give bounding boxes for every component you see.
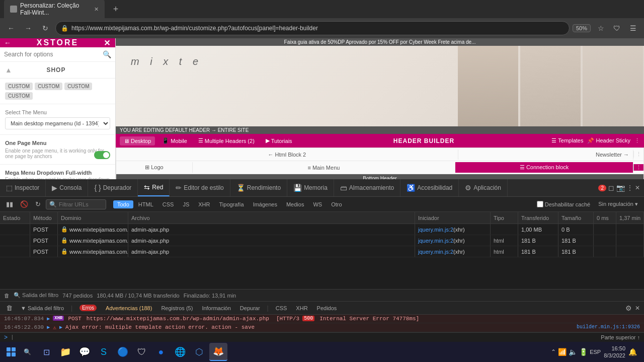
taskbar-app-browser1[interactable]: 🌐	[171, 343, 189, 361]
dt-tab-depurador[interactable]: { } Depurador	[88, 179, 138, 196]
taskbar-app-security[interactable]: 🛡	[133, 343, 151, 361]
net-type-media[interactable]: Medios	[282, 200, 308, 208]
dt-tab-editor[interactable]: ✏ Editor de estilo	[170, 179, 230, 196]
battery-tray-icon[interactable]: 🔋	[579, 348, 588, 356]
net-filter-input[interactable]: 🔍	[46, 199, 106, 209]
customizer-search[interactable]: 🔍	[0, 47, 115, 62]
net-row-3[interactable]: POST 🔒www.mixtepijamas.com.br admin-ajax…	[0, 246, 644, 257]
row2-initiator-link[interactable]: jquery.min.js:2	[418, 238, 453, 244]
dt-tab-aplicacion[interactable]: ⚙ Aplicación	[459, 179, 508, 196]
net-row-1[interactable]: POST 🔒www.mixtepijamas.com.br admin-ajax…	[0, 224, 644, 235]
net-pause-btn[interactable]: ▮▮	[4, 199, 15, 209]
address-bar[interactable]: 🔒 https://www.mixtepijamas.com.br/wp-adm…	[55, 21, 570, 35]
taskbar-app-app2[interactable]: ●	[152, 343, 170, 361]
logo-cell[interactable]: ⊞ Logo	[116, 162, 193, 173]
html-block-2-cell[interactable]: ← Html Block 2	[116, 150, 458, 160]
connection-block-cell[interactable]: ☰ Connection block	[455, 162, 633, 173]
throttling-select[interactable]: Sin regulación ▾	[596, 200, 640, 208]
dt-tab-red[interactable]: ⇆ Red	[138, 179, 170, 196]
row1-initiator-link[interactable]: jquery.min.js:2	[418, 227, 453, 233]
net-row-2[interactable]: POST 🔒www.mixtepijamas.com.br admin-ajax…	[0, 235, 644, 246]
one-page-toggle[interactable]	[94, 151, 110, 159]
debug-filter-btn[interactable]: Depurar	[237, 304, 263, 312]
cl2-expand2[interactable]: ▶	[59, 324, 62, 330]
cl2-source[interactable]: builder.min.js:1:9326	[577, 324, 640, 330]
taskbar-app-browser2[interactable]: ⬡	[190, 343, 208, 361]
cl2-expand[interactable]: ▶	[47, 324, 50, 330]
dt-screenshot-icon[interactable]: 📷	[616, 184, 625, 192]
row2-handle[interactable]: ⋮	[633, 164, 643, 171]
taskbar-app-skype[interactable]: S	[95, 343, 113, 361]
console-close-btn[interactable]: ✕	[635, 305, 640, 312]
hb-tab-desktop[interactable]: 🖥 Desktop	[120, 136, 155, 146]
templates-btn[interactable]: ☰ Templates	[551, 137, 583, 144]
net-type-todo[interactable]: Todo	[113, 200, 133, 208]
net-type-html[interactable]: HTML	[134, 200, 157, 208]
dt-responsive-icon[interactable]: ◻	[608, 184, 614, 192]
dt-tab-rendimiento[interactable]: ⏳ Rendimiento	[230, 179, 287, 196]
bookmark-icon[interactable]: ☆	[594, 21, 608, 35]
net-type-typography[interactable]: Tipografía	[215, 200, 248, 208]
net-type-images[interactable]: Imágenes	[249, 200, 281, 208]
network-tray-icon[interactable]: 📶	[558, 348, 567, 356]
start-button[interactable]	[3, 344, 19, 360]
disable-cache-input[interactable]	[537, 201, 543, 207]
dt-tab-inspector[interactable]: ⬚ Inspector	[0, 179, 46, 196]
net-refresh-btn[interactable]: ↻	[33, 199, 43, 209]
hb-tab-tutorials[interactable]: ▶ Tutoriais	[262, 136, 296, 146]
taskbar-app-taskview[interactable]: ⊡	[37, 343, 55, 361]
notifications-icon[interactable]: 🔔	[628, 348, 637, 356]
search-input[interactable]	[4, 51, 103, 58]
dt-tab-consola[interactable]: ▶ Consola	[46, 179, 88, 196]
hb-more-btn[interactable]: ⋮	[634, 137, 640, 144]
tab-close-button[interactable]: ✕	[94, 6, 99, 13]
dt-more-icon[interactable]: ⋮	[627, 184, 633, 191]
forward-button[interactable]: →	[21, 21, 35, 35]
console-clear-btn[interactable]: 🗑	[4, 303, 15, 313]
net-trash-icon[interactable]: 🗑	[4, 293, 10, 299]
console-filter-toggle[interactable]: ▼ Salida del filtro	[18, 304, 67, 312]
menu-icon[interactable]: ☰	[626, 21, 640, 35]
net-type-ws[interactable]: WS	[309, 200, 326, 208]
system-clock[interactable]: 16:50 8/3/2022	[604, 345, 625, 359]
console-settings-btn[interactable]: ⚙	[625, 304, 632, 312]
net-type-other[interactable]: Otro	[327, 200, 346, 208]
row1-handle[interactable]: ⋮	[633, 151, 643, 158]
zoom-badge[interactable]: 50%	[573, 24, 591, 32]
customizer-close-button[interactable]: ✕	[104, 38, 111, 48]
dt-tab-memoria[interactable]: 💾 Memoria	[287, 179, 334, 196]
net-type-css[interactable]: CSS	[158, 200, 178, 208]
taskbar-app-teams[interactable]: 💬	[75, 343, 94, 361]
dt-tab-accesibilidad[interactable]: ♿ Accesibilidad	[400, 179, 459, 196]
net-type-js[interactable]: JS	[179, 200, 193, 208]
net-type-xhr[interactable]: XHR	[194, 200, 214, 208]
language-indicator[interactable]: ESP	[590, 349, 601, 355]
volume-tray-icon[interactable]: 🔈	[569, 348, 577, 356]
logs-filter-btn[interactable]: Registros (5)	[158, 304, 196, 312]
dt-close-icon[interactable]: ✕	[635, 184, 640, 191]
css-filter-btn[interactable]: CSS	[273, 304, 290, 312]
customizer-back-button[interactable]: ←	[4, 39, 12, 47]
taskbar-app-explorer[interactable]: 📁	[56, 343, 74, 361]
row3-initiator-link[interactable]: jquery.min.js:2	[418, 249, 453, 255]
xhr-filter-btn[interactable]: XHR	[293, 304, 310, 312]
net-clear-btn[interactable]: 🚫	[18, 199, 30, 209]
console-input-field[interactable]	[11, 334, 598, 340]
new-tab-button[interactable]: +	[109, 2, 123, 16]
filter-urls-input[interactable]	[59, 201, 103, 207]
main-menu-cell[interactable]: ≡ Main Menu	[193, 163, 455, 173]
hb-tab-multiple[interactable]: ☰ Multiple Headers (2)	[194, 136, 259, 146]
pedidos-filter-btn[interactable]: Pedidos	[314, 304, 340, 312]
header-sticky-btn[interactable]: 📌 Header Sticky	[587, 137, 630, 144]
taskbar-app-app1[interactable]: 🔵	[114, 343, 132, 361]
refresh-button[interactable]: ↻	[38, 21, 52, 35]
warnings-filter-btn[interactable]: Advertencias (188)	[103, 304, 155, 312]
back-button[interactable]: ←	[4, 21, 18, 35]
tray-arrow[interactable]: ⌃	[551, 348, 556, 355]
menu-select[interactable]: Main desktop megamenu (Id - 1394)	[5, 117, 110, 129]
disable-cache-checkbox[interactable]: Deshabilitar caché	[535, 200, 593, 208]
hb-tab-mobile[interactable]: 📱 Mobile	[158, 136, 191, 146]
active-tab[interactable]: Personalizar: Coleção Fall-Wint... ✕	[4, 0, 105, 19]
taskbar-search-button[interactable]: 🔍	[19, 344, 35, 360]
info-filter-btn[interactable]: Información	[199, 304, 233, 312]
